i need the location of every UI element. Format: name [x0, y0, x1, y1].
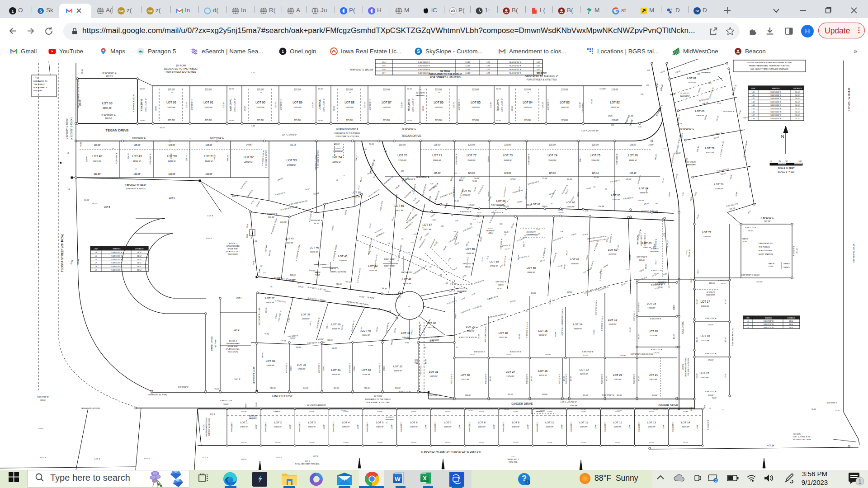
svg-text:15825 SF: 15825 SF	[444, 426, 452, 428]
svg-text:S 40°00'00" E: S 40°00'00" E	[770, 118, 781, 120]
svg-text:110.00': 110.00'	[542, 393, 548, 395]
svg-text:135.00': 135.00'	[425, 424, 427, 429]
svg-text:136.23': 136.23'	[226, 155, 229, 161]
svg-text:14375 SF: 14375 SF	[394, 370, 402, 372]
svg-text:L8: L8	[336, 179, 338, 181]
svg-text:LOT 60: LOT 60	[527, 266, 536, 269]
svg-text:175.63': 175.63'	[481, 257, 484, 263]
svg-text:26498 SF: 26498 SF	[339, 259, 347, 262]
svg-text:26.44': 26.44'	[258, 268, 261, 273]
svg-text:50.00': 50.00'	[229, 88, 234, 90]
svg-text:IONE DRIVE: IONE DRIVE	[682, 321, 684, 334]
svg-text:15825 SF: 15825 SF	[342, 426, 350, 428]
svg-text:125.00': 125.00'	[524, 89, 531, 91]
svg-text:C23: C23	[414, 234, 417, 235]
svg-text:DEDICATED TO THE PUBLIC: DEDICATED TO THE PUBLIC	[335, 132, 360, 134]
svg-text:LOT 25: LOT 25	[538, 329, 548, 332]
svg-text:N 71°15'39" E: N 71°15'39" E	[594, 240, 599, 251]
svg-text:24170 SF: 24170 SF	[688, 81, 696, 84]
svg-text:C25: C25	[441, 225, 443, 227]
svg-text:TEGAN DRIVE: TEGAN DRIVE	[106, 128, 129, 132]
svg-text:C5: C5	[401, 238, 404, 240]
svg-text:135.50': 135.50'	[542, 205, 548, 207]
svg-text:17.28': 17.28'	[628, 115, 633, 117]
svg-text:LOT 65: LOT 65	[611, 193, 621, 197]
svg-text:LOT 40: LOT 40	[362, 329, 371, 332]
svg-text:50' ROW: 50' ROW	[367, 296, 374, 299]
svg-text:125.66': 125.66'	[675, 173, 678, 179]
svg-text:GINGERBREAD RIDGE SUB.: GINGERBREAD RIDGE SUB.	[206, 417, 208, 436]
svg-text:116.83': 116.83'	[599, 88, 606, 90]
svg-text:S 40°00'00" E: S 40°00'00" E	[770, 108, 781, 110]
svg-text:WATCH: WATCH	[742, 238, 748, 240]
svg-text:L7: L7	[95, 262, 97, 264]
svg-text:ROYAL OAKS EAST THIRD ADD.: ROYAL OAKS EAST THIRD ADD.	[295, 463, 320, 465]
svg-text:151.13': 151.13'	[290, 144, 297, 146]
svg-text:SHEET 2 (50' ROW): SHEET 2 (50' ROW)	[330, 271, 346, 273]
svg-text:FOR STREET & UTILITIES: FOR STREET & UTILITIES	[335, 135, 359, 137]
svg-text:115.00': 115.00'	[411, 442, 416, 444]
svg-text:50' ROW: 50' ROW	[682, 363, 684, 370]
svg-text:26.44': 26.44'	[246, 234, 248, 238]
svg-text:C8: C8	[446, 282, 448, 284]
svg-text:S 45°43'48" W: S 45°43'48" W	[434, 190, 440, 202]
svg-text:19' UTILITY: 19' UTILITY	[687, 161, 697, 163]
svg-text:L18: L18	[752, 118, 755, 120]
svg-text:110.00': 110.00'	[359, 296, 365, 298]
svg-text:125.00': 125.00'	[469, 204, 475, 206]
svg-text:S 89°27'22" E: S 89°27'22" E	[220, 399, 232, 402]
svg-text:LOT E =: LOT E =	[685, 250, 688, 256]
svg-text:135.00': 135.00'	[663, 424, 665, 429]
svg-text:N 15°32'38" E 180.16': N 15°32'38" E 180.16'	[397, 244, 402, 261]
svg-text:LOT 77: LOT 77	[702, 230, 712, 234]
svg-text:S 89°27'33" E: S 89°27'33" E	[474, 351, 485, 353]
svg-text:BEARING: BEARING	[765, 317, 772, 319]
svg-text:FOR UTILITIES: FOR UTILITIES	[759, 249, 772, 252]
svg-text:115.00': 115.00'	[275, 442, 281, 444]
svg-text:S 00°00'00" E: S 00°00'00" E	[458, 99, 460, 110]
svg-text:165.76': 165.76'	[729, 207, 736, 211]
svg-text:28467 SF: 28467 SF	[574, 328, 582, 330]
svg-text:S 00°32'38" W 401.51': S 00°32'38" W 401.51'	[731, 328, 734, 346]
svg-text:234.52': 234.52'	[549, 299, 552, 305]
svg-text:EASEMENT: EASEMENT	[706, 294, 715, 296]
svg-text:23977 SF: 23977 SF	[611, 106, 619, 108]
svg-text:115.00': 115.00'	[241, 411, 247, 413]
svg-text:S 07°43'43" E: S 07°43'43" E	[525, 189, 528, 200]
svg-text:79.64': 79.64'	[81, 69, 83, 74]
svg-text:130.00': 130.00'	[399, 144, 406, 146]
svg-text:N 90°00'00" E 1561.83': N 90°00'00" E 1561.83'	[350, 68, 373, 71]
svg-text:LOT 57: LOT 57	[422, 223, 432, 226]
svg-text:S 00°00'00" E: S 00°00'00" E	[369, 99, 371, 110]
svg-text:LOT G = 7,285 SF: LOT G = 7,285 SF	[501, 98, 503, 112]
svg-text:26.44': 26.44'	[250, 235, 253, 239]
svg-text:FOR STREET &: FOR STREET &	[33, 86, 47, 89]
svg-text:125.00': 125.00'	[294, 89, 301, 91]
svg-text:LOT 78: LOT 78	[714, 183, 724, 186]
svg-text:115.00': 115.00'	[40, 399, 46, 401]
svg-text:110.00': 110.00'	[334, 387, 340, 389]
svg-text:LOT 9: LOT 9	[512, 421, 519, 424]
svg-text:130.05': 130.05'	[168, 173, 175, 175]
svg-text:LOT 52: LOT 52	[244, 155, 254, 159]
svg-text:(N 01°35'38" E 409.34'): (N 01°35'38" E 409.34')	[71, 117, 73, 140]
svg-text:17105 SF: 17105 SF	[398, 159, 407, 161]
svg-text:45.12': 45.12'	[359, 177, 363, 183]
svg-text:S 00°00'00" E: S 00°00'00" E	[453, 187, 455, 197]
svg-text:L11: L11	[752, 94, 755, 96]
svg-text:125.00': 125.00'	[257, 89, 264, 91]
svg-text:1: 1	[11, 9, 14, 14]
svg-text:33086 SF: 33086 SF	[571, 263, 579, 265]
svg-text:117.11': 117.11'	[567, 291, 572, 293]
svg-text:10': 10'	[424, 347, 426, 348]
svg-text:DISTANCE: DISTANCE	[135, 248, 144, 250]
svg-text:S 40°00'00" E: S 40°00'00" E	[770, 101, 781, 103]
svg-text:138.47': 138.47'	[579, 156, 581, 162]
svg-text:36.06: 36.06	[252, 261, 255, 265]
svg-text:LOT 70: LOT 70	[397, 154, 407, 157]
svg-text:C6: C6	[408, 306, 410, 308]
svg-text:ONE: ONE	[148, 10, 153, 13]
svg-text:S 40°00'00" E: S 40°00'00" E	[770, 111, 781, 113]
svg-text:10': 10'	[470, 223, 472, 225]
svg-text:70.00': 70.00'	[318, 119, 323, 122]
